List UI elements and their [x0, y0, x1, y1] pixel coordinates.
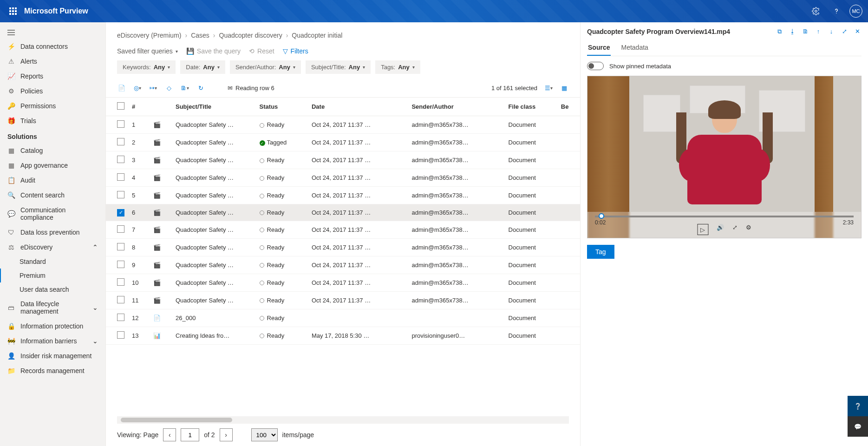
show-metadata-toggle[interactable]: [587, 62, 604, 70]
filter-pill-subject/title[interactable]: Subject/Title: Any ▾: [306, 60, 371, 74]
column-header[interactable]: Status: [256, 98, 308, 116]
table-row[interactable]: 9 🎬 Quadcopter Safety … Ready Oct 24, 20…: [106, 256, 580, 274]
row-checkbox[interactable]: [117, 278, 124, 286]
file-icon[interactable]: 🗎▾: [180, 83, 189, 92]
video-player[interactable]: 0:02 2:33 ▷ 🔊 ⤢ ⚙: [587, 76, 861, 238]
filter-pill-tags[interactable]: Tags: Any ▾: [375, 60, 420, 74]
column-header[interactable]: [150, 98, 172, 116]
table-row[interactable]: 7 🎬 Quadcopter Safety … Ready Oct 24, 20…: [106, 221, 580, 238]
nav-ediscovery[interactable]: ⚖ eDiscovery ⌃: [0, 240, 105, 255]
nav-item-data-connectors[interactable]: ⚡Data connectors: [0, 39, 105, 54]
volume-icon[interactable]: 🔊: [717, 224, 724, 235]
prev-page-button[interactable]: ‹: [163, 428, 176, 441]
table-row[interactable]: 2 🎬 Quadcopter Safety … ✓Tagged Oct 24, …: [106, 134, 580, 151]
table-row[interactable]: 11 🎬 Quadcopter Safety … Ready Oct 24, 2…: [106, 291, 580, 309]
refresh-icon[interactable]: ↻: [196, 83, 205, 92]
filter-pill-date[interactable]: Date: Any ▾: [180, 60, 225, 74]
table-row[interactable]: 10 🎬 Quadcopter Safety … Ready Oct 24, 2…: [106, 274, 580, 291]
nav-item-policies[interactable]: ⚙Policies: [0, 84, 105, 98]
export-icon[interactable]: 📄: [117, 83, 126, 92]
select-all-checkbox[interactable]: [117, 102, 124, 110]
row-checkbox[interactable]: [117, 243, 124, 250]
row-checkbox[interactable]: [117, 209, 124, 216]
column-header[interactable]: File class: [505, 98, 557, 116]
breadcrumb-item[interactable]: eDiscovery (Premium): [117, 32, 181, 39]
breadcrumb-item[interactable]: Quadcopter initial: [292, 32, 342, 39]
breadcrumb-item[interactable]: Cases: [191, 32, 209, 39]
app-launcher-icon[interactable]: [6, 4, 20, 19]
row-checkbox[interactable]: [117, 156, 124, 163]
row-checkbox[interactable]: [117, 173, 124, 181]
table-row[interactable]: 8 🎬 Quadcopter Safety … Ready Oct 24, 20…: [106, 238, 580, 256]
row-checkbox[interactable]: [117, 225, 124, 233]
user-avatar[interactable]: MC: [849, 5, 862, 18]
column-header[interactable]: Sender/Author: [408, 98, 504, 116]
close-icon[interactable]: ✕: [853, 28, 861, 35]
items-per-page-select[interactable]: 100: [251, 428, 278, 441]
row-checkbox[interactable]: [117, 331, 124, 339]
nav-item-records-management[interactable]: 📁Records management: [0, 363, 105, 378]
nav-item-information-protection[interactable]: 🔒Information protection: [0, 319, 105, 334]
table-row[interactable]: 12 📄 26_000 Ready Document: [106, 309, 580, 327]
nav-item-data-lifecycle-management[interactable]: 🗃Data lifecycle management⌄: [0, 296, 105, 319]
nav-item-permissions[interactable]: 🔑Permissions: [0, 98, 105, 113]
next-page-button[interactable]: ›: [220, 428, 233, 441]
saved-queries-dropdown[interactable]: Saved filter queries ▾: [117, 47, 178, 55]
chat-button[interactable]: 💬: [848, 416, 868, 437]
breadcrumb-item[interactable]: Quadcopter discovery: [219, 32, 282, 39]
nav-item-insider-risk-management[interactable]: 👤Insider risk management: [0, 348, 105, 363]
up-arrow-icon[interactable]: ↑: [814, 28, 822, 35]
play-button[interactable]: ▷: [697, 224, 708, 235]
reset-button[interactable]: ⟲ Reset: [249, 47, 274, 55]
video-scrubber[interactable]: [595, 216, 854, 217]
document-icon[interactable]: 🗎: [801, 28, 809, 35]
nav-sub-standard[interactable]: Standard: [0, 255, 105, 269]
nav-item-communication-compliance[interactable]: 💬Communication compliance: [0, 203, 105, 225]
tab-source[interactable]: Source: [587, 40, 611, 56]
down-arrow-icon[interactable]: ↓: [827, 28, 835, 35]
filters-button[interactable]: ▽ Filters: [283, 47, 308, 55]
table-row[interactable]: 5 🎬 Quadcopter Safety … Ready Oct 24, 20…: [106, 187, 580, 204]
nav-item-content-search[interactable]: 🔍Content search: [0, 188, 105, 203]
table-row[interactable]: 6 🎬 Quadcopter Safety … Ready Oct 24, 20…: [106, 204, 580, 221]
tag-button[interactable]: Tag: [587, 245, 614, 259]
column-header[interactable]: Subject/Title: [172, 98, 256, 116]
table-row[interactable]: 3 🎬 Quadcopter Safety … Ready Oct 24, 20…: [106, 151, 580, 169]
page-input[interactable]: [181, 428, 199, 441]
nav-item-trials[interactable]: 🎁Trials: [0, 113, 105, 128]
popout-icon[interactable]: ⧉: [775, 28, 783, 35]
row-checkbox[interactable]: [117, 191, 124, 198]
download-icon[interactable]: ⭳: [788, 28, 796, 35]
move-icon[interactable]: ↦▾: [149, 83, 158, 92]
table-row[interactable]: 4 🎬 Quadcopter Safety … Ready Oct 24, 20…: [106, 169, 580, 187]
video-settings-icon[interactable]: ⚙: [746, 224, 751, 235]
group-icon[interactable]: ◎▾: [133, 83, 142, 92]
nav-sub-user-data-search[interactable]: User data search: [0, 282, 105, 296]
column-header[interactable]: Be: [557, 98, 580, 116]
feedback-button[interactable]: ❔: [848, 396, 868, 416]
nav-item-audit[interactable]: 📋Audit: [0, 173, 105, 188]
horizontal-scrollbar[interactable]: [117, 416, 569, 424]
nav-item-catalog[interactable]: ▦Catalog: [0, 143, 105, 158]
nav-item-data-loss-prevention[interactable]: 🛡Data loss prevention: [0, 225, 105, 240]
expand-icon[interactable]: ⤢: [840, 28, 848, 35]
filter-pill-keywords[interactable]: Keywords: Any ▾: [117, 60, 176, 74]
table-row[interactable]: 1 🎬 Quadcopter Safety … Ready Oct 24, 20…: [106, 116, 580, 134]
row-checkbox[interactable]: [117, 120, 124, 128]
row-checkbox[interactable]: [117, 296, 124, 303]
help-icon[interactable]: [829, 4, 844, 19]
row-checkbox[interactable]: [117, 261, 124, 268]
fullscreen-icon[interactable]: ⤢: [732, 224, 737, 235]
column-header[interactable]: #: [128, 98, 150, 116]
nav-toggle-icon[interactable]: [0, 26, 105, 39]
nav-item-information-barriers[interactable]: 🚧Information barriers⌄: [0, 334, 105, 348]
table-row[interactable]: 13 📊 Creating Ideas fro… Ready May 17, 2…: [106, 327, 580, 344]
nav-sub-premium[interactable]: Premium: [0, 269, 105, 282]
tag-icon[interactable]: ◇: [164, 83, 174, 92]
nav-item-app-governance[interactable]: ▦App governance: [0, 158, 105, 173]
row-checkbox[interactable]: [117, 314, 124, 321]
save-query-button[interactable]: 💾 Save the query: [186, 47, 241, 55]
filter-pill-sender/author[interactable]: Sender/Author: Any ▾: [230, 60, 301, 74]
tab-metadata[interactable]: Metadata: [620, 40, 649, 56]
nav-item-alerts[interactable]: ⚠Alerts: [0, 54, 105, 69]
